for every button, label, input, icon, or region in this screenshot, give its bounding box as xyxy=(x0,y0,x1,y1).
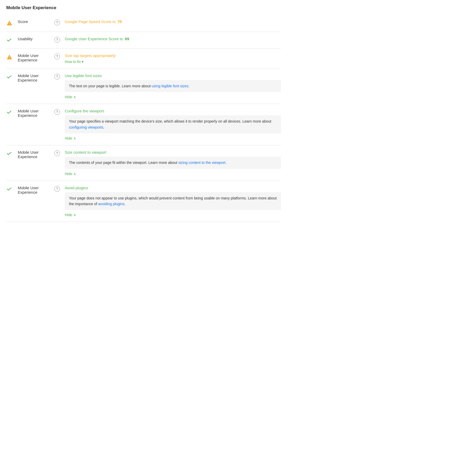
status-icon-viewport xyxy=(6,109,18,116)
help-circle-tap[interactable]: ? xyxy=(54,54,60,59)
status-icon-size-content xyxy=(6,150,18,157)
tap-content: Size tap targets appropriately How to fi… xyxy=(65,53,281,64)
status-icon-usability xyxy=(6,37,18,44)
font-info-box: The text on your page is legible. Learn … xyxy=(65,80,281,92)
size-content-hide-toggle[interactable]: Hide ∧ xyxy=(65,172,76,176)
row-label-viewport: Mobile User Experience xyxy=(18,109,54,118)
plugins-content: Avoid plugins Your page does not appear … xyxy=(65,186,281,217)
size-content-content: Size content to viewport The contents of… xyxy=(65,150,281,176)
plugins-info-box: Your page does not appear to use plugins… xyxy=(65,192,281,210)
row-plugins: Mobile User Experience ? Avoid plugins Y… xyxy=(6,181,281,222)
viewport-info-box: Your page specifies a viewport matching … xyxy=(65,115,281,133)
help-circle-viewport[interactable]: ? xyxy=(54,109,60,115)
help-circle-score[interactable]: ? xyxy=(54,20,60,25)
row-font-sizes: Mobile User Experience ? Use legible fon… xyxy=(6,69,281,104)
row-label-tap: Mobile User Experience xyxy=(18,53,54,62)
viewport-content: Configure the viewport Your page specifi… xyxy=(65,109,281,140)
help-icon-size-content[interactable]: ? xyxy=(54,150,65,156)
help-circle-usability[interactable]: ? xyxy=(54,37,60,43)
how-to-fix-toggle[interactable]: How to fix ▾ xyxy=(65,60,84,64)
usability-text: Google User Experience Score is: 99 xyxy=(65,37,129,41)
help-circle-font[interactable]: ? xyxy=(54,74,60,79)
page-title: Mobile User Experience xyxy=(6,5,281,10)
row-score: ! Score ? Google Page Speed Score is: 70 xyxy=(6,15,281,32)
font-content: Use legible font sizes The text on your … xyxy=(65,73,281,99)
help-icon-font[interactable]: ? xyxy=(54,73,65,79)
plugins-title: Avoid plugins xyxy=(65,186,281,190)
help-icon-score[interactable]: ? xyxy=(54,19,65,25)
plugins-link[interactable]: avoiding plugins xyxy=(98,202,124,206)
help-circle-size-content[interactable]: ? xyxy=(54,150,60,156)
viewport-hide-toggle[interactable]: Hide ∧ xyxy=(65,136,76,140)
status-icon-tap: ! xyxy=(6,53,18,61)
row-label-font: Mobile User Experience xyxy=(18,73,54,82)
help-icon-plugins[interactable]: ? xyxy=(54,186,65,192)
help-circle-plugins[interactable]: ? xyxy=(54,186,60,192)
font-link[interactable]: using legible font sizes xyxy=(152,84,189,88)
row-tap-targets: ! Mobile User Experience ? Size tap targ… xyxy=(6,49,281,69)
status-icon-plugins xyxy=(6,186,18,193)
row-label-score: Score xyxy=(18,19,54,24)
font-hide-toggle[interactable]: Hide ∧ xyxy=(65,95,76,99)
help-icon-tap[interactable]: ? xyxy=(54,53,65,59)
size-content-info-box: The contents of your page fit within the… xyxy=(65,157,281,169)
size-content-title: Size content to viewport xyxy=(65,150,281,154)
font-title: Use legible font sizes xyxy=(65,73,281,78)
row-size-content: Mobile User Experience ? Size content to… xyxy=(6,145,281,181)
help-icon-usability[interactable]: ? xyxy=(54,37,65,43)
row-viewport: Mobile User Experience ? Configure the v… xyxy=(6,104,281,145)
viewport-link[interactable]: configuring viewports xyxy=(69,125,103,129)
tap-title: Size tap targets appropriately xyxy=(65,53,281,58)
svg-text:!: ! xyxy=(9,22,10,25)
row-label-size-content: Mobile User Experience xyxy=(18,150,54,159)
row-label-usability: Usability xyxy=(18,37,54,41)
svg-text:!: ! xyxy=(9,56,10,59)
score-text: Google Page Speed Score is: 70 xyxy=(65,19,122,24)
help-icon-viewport[interactable]: ? xyxy=(54,109,65,115)
row-usability: Usability ? Google User Experience Score… xyxy=(6,32,281,49)
row-label-plugins: Mobile User Experience xyxy=(18,186,54,194)
plugins-hide-toggle[interactable]: Hide ∧ xyxy=(65,213,76,217)
size-content-link[interactable]: sizing content to the viewport xyxy=(178,160,226,165)
score-content: Google Page Speed Score is: 70 xyxy=(65,19,281,24)
status-icon-score: ! xyxy=(6,19,18,27)
status-icon-font xyxy=(6,73,18,81)
usability-content: Google User Experience Score is: 99 xyxy=(65,37,281,41)
viewport-title: Configure the viewport xyxy=(65,109,281,113)
